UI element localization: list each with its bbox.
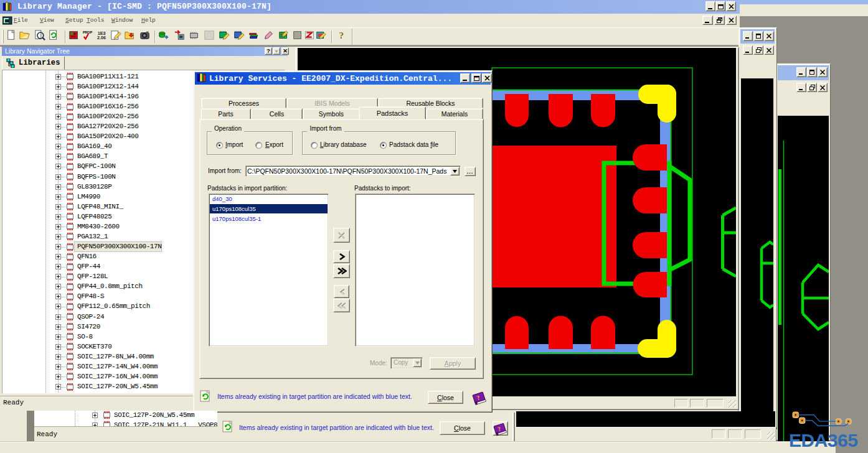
svg-text:?: ? — [339, 30, 344, 40]
svg-text:2.06: 2.06 — [97, 35, 106, 40]
svg-text:EDA365: EDA365 — [789, 430, 857, 451]
